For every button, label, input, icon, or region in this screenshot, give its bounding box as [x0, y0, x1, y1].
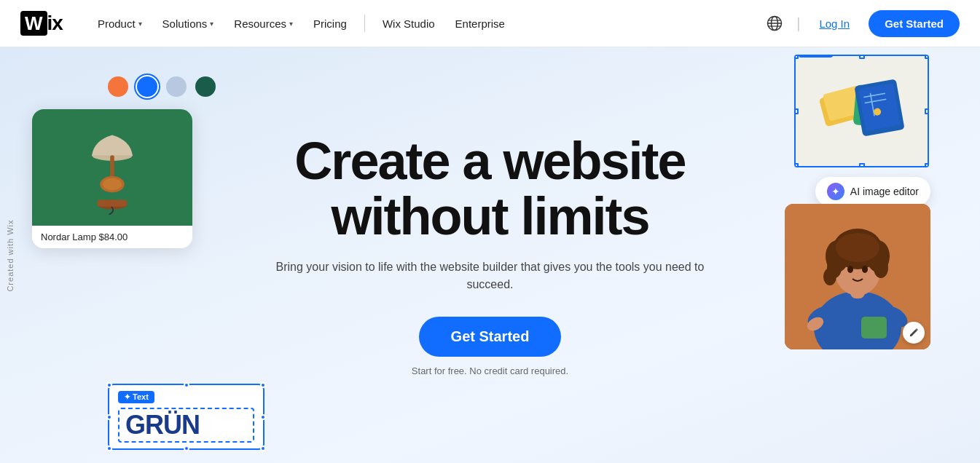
resize-handle-tm[interactable]	[184, 382, 189, 388]
svg-point-29	[836, 233, 879, 262]
nav-divider	[364, 15, 365, 32]
edit-pencil-icon[interactable]	[903, 322, 925, 344]
chevron-down-icon: ▾	[289, 20, 293, 28]
hero-cta-sub: Start for free. No credit card required.	[264, 365, 716, 376]
hero-get-started-button[interactable]: Get Started	[419, 317, 562, 357]
nav-item-solutions[interactable]: Solutions ▾	[154, 13, 223, 34]
image-widget-label: Image	[799, 55, 833, 58]
login-button[interactable]: Log In	[812, 13, 857, 34]
image-handle-tm[interactable]	[859, 55, 865, 59]
image-handle-tr[interactable]	[925, 55, 929, 59]
chevron-down-icon: ▾	[138, 20, 142, 28]
image-handle-bl[interactable]	[794, 163, 799, 167]
color-dot-blue[interactable]	[137, 76, 157, 97]
text-widget-brand: GRÜN	[118, 408, 254, 443]
resize-handle-mr[interactable]	[260, 414, 266, 420]
chevron-down-icon: ▾	[210, 20, 213, 28]
nav-item-product[interactable]: Product ▾	[89, 13, 151, 34]
product-card-label: Nordar Lamp $84.00	[32, 226, 192, 248]
resize-handle-bm[interactable]	[184, 446, 189, 451]
image-handle-bm[interactable]	[859, 163, 865, 167]
text-widget-tag: ✦ Text	[118, 391, 154, 403]
svg-point-31	[823, 268, 836, 285]
svg-point-33	[847, 266, 853, 273]
color-dot-light[interactable]	[166, 76, 187, 97]
resize-handle-tr[interactable]	[260, 382, 266, 388]
svg-point-34	[862, 266, 868, 273]
svg-point-32	[874, 258, 888, 278]
person-card-inner	[785, 204, 930, 349]
nav-item-wix-studio[interactable]: Wix Studio	[374, 13, 444, 34]
nav-links: Product ▾ Solutions ▾ Resources ▾ Pricin…	[89, 13, 764, 34]
text-widget-header: ✦ Text	[118, 391, 254, 403]
image-widget-content	[796, 56, 928, 166]
color-dot-orange[interactable]	[108, 76, 128, 97]
nav-item-resources[interactable]: Resources ▾	[225, 13, 302, 34]
color-dot-green[interactable]	[195, 76, 216, 97]
image-handle-br[interactable]	[925, 163, 929, 167]
svg-point-8	[103, 178, 122, 191]
hero-text: Create a website without limits Bring yo…	[264, 134, 716, 376]
svg-rect-36	[861, 317, 887, 339]
wix-logo[interactable]: Wix	[20, 12, 63, 35]
ai-image-editor-badge[interactable]: ✦ AI image editor	[815, 177, 930, 206]
resize-handle-bl[interactable]	[106, 446, 112, 451]
nav-item-pricing[interactable]: Pricing	[305, 13, 356, 34]
person-photo-card	[785, 204, 930, 349]
resize-handle-ml[interactable]	[106, 414, 112, 420]
nav-item-enterprise[interactable]: Enterprise	[447, 13, 514, 34]
color-dots	[108, 76, 216, 97]
hero-subtitle: Bring your vision to life with the websi…	[264, 258, 716, 293]
navbar: Wix Product ▾ Solutions ▾ Resources ▾ Pr…	[0, 0, 980, 47]
ai-sparkle-icon: ✦	[827, 183, 844, 200]
nav-divider-pipe: |	[796, 15, 800, 32]
nav-right: | Log In Get Started	[764, 10, 960, 37]
image-handle-mr[interactable]	[925, 108, 929, 114]
svg-rect-10	[98, 200, 128, 207]
resize-handle-tl[interactable]	[106, 382, 112, 388]
get-started-button-nav[interactable]: Get Started	[869, 10, 960, 37]
ai-badge-label: AI image editor	[850, 186, 919, 197]
hero-section: Created with Wix	[0, 47, 980, 463]
side-label: Created with Wix	[6, 219, 15, 291]
product-card: Nordar Lamp $84.00	[32, 109, 192, 248]
text-widget: ✦ Text GRÜN	[108, 384, 264, 450]
globe-icon[interactable]	[764, 13, 785, 33]
image-handle-ml[interactable]	[794, 108, 799, 114]
image-handle-tl[interactable]	[794, 55, 799, 59]
svg-rect-15	[858, 83, 900, 130]
image-widget: Image	[794, 55, 929, 167]
hero-title: Create a website without limits	[264, 134, 716, 244]
product-card-image	[32, 109, 192, 226]
resize-handle-br[interactable]	[260, 446, 266, 451]
